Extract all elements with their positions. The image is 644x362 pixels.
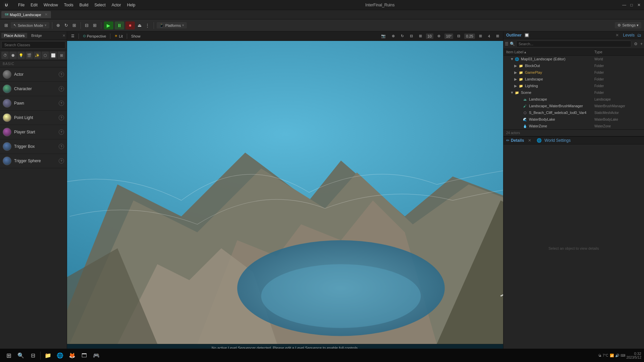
selection-mode-button[interactable]: ↖ Selection Mode ▾	[11, 22, 49, 28]
lit-button[interactable]: ☀ Lit	[112, 33, 125, 39]
grid-vis-icon[interactable]: ⊞	[417, 33, 424, 39]
maximize-button[interactable]: □	[629, 3, 634, 7]
lights-icon[interactable]: 💡	[17, 52, 25, 59]
platforms-button[interactable]: 📱 Platforms ▾	[157, 22, 187, 28]
viewport-menu-button[interactable]: ☰	[69, 33, 76, 39]
search-taskbar-button[interactable]: 🔍	[15, 350, 27, 362]
outliner-menu-icon[interactable]: ☰	[505, 42, 508, 46]
actor-info-point-light[interactable]: ?	[59, 115, 64, 120]
actor-info-player-start[interactable]: ?	[59, 129, 64, 135]
transform-scale-icon[interactable]: ⊞	[71, 22, 78, 29]
actor-info-trigger-box[interactable]: ?	[59, 144, 64, 149]
tree-item-scene[interactable]: ▼ 📁 Scene Folder	[503, 89, 644, 96]
arrow-blockout[interactable]: ▶	[514, 64, 518, 68]
transform-rotate-icon[interactable]: ↻	[63, 22, 70, 29]
search-classes-input[interactable]	[1, 41, 65, 49]
arrow-scene[interactable]: ▼	[510, 90, 514, 95]
windows-start-button[interactable]: ⊞	[3, 350, 15, 362]
actor-item-pawn[interactable]: Pawn ?	[0, 96, 67, 111]
menu-build[interactable]: Build	[77, 2, 91, 8]
simulate-button[interactable]: ⏸	[115, 21, 124, 29]
menu-actor[interactable]: Actor	[109, 2, 124, 8]
rotate-icon[interactable]: ↻	[399, 33, 406, 39]
task-view-button[interactable]: ⊟	[27, 350, 39, 362]
stop-button[interactable]: ■	[125, 21, 135, 29]
snap-icon[interactable]: ⊟	[84, 22, 90, 29]
menu-window[interactable]: Window	[41, 2, 61, 8]
tree-item-landscape[interactable]: ⛰ Landscape Landscape	[503, 96, 644, 103]
visual-effects-icon[interactable]: ✨	[34, 52, 41, 59]
eject-button[interactable]: ⏏	[136, 22, 143, 29]
maximize-viewport-icon[interactable]: ⊞	[494, 33, 501, 39]
snap-icon[interactable]: ⊟	[408, 33, 415, 39]
main-viewport[interactable]: No active Level Sequencer detected. Plea…	[67, 41, 503, 352]
actor-item-player-start[interactable]: Player Start ?	[0, 125, 67, 139]
tab-place-actors[interactable]: Place Actors	[1, 33, 27, 38]
left-panel-close[interactable]: ✕	[62, 34, 65, 38]
tab-bridge[interactable]: Bridge	[29, 33, 45, 38]
actor-info-pawn[interactable]: ?	[59, 101, 64, 106]
geometry-icon[interactable]: ⬡	[42, 52, 49, 59]
grid-icon[interactable]: ⊞	[92, 22, 98, 29]
shapes-icon[interactable]: ⬟	[9, 52, 17, 59]
actor-info-actor[interactable]: ?	[59, 72, 64, 77]
angle-icon[interactable]: ⊛	[435, 33, 442, 39]
arrow-gameplay[interactable]: ▶	[514, 70, 518, 75]
tree-item-waterbrush[interactable]: 🖌 Landscape_WaterBrushManager WaterBrush…	[503, 103, 644, 109]
volumes-icon[interactable]: ⬜	[50, 52, 57, 59]
screens-icon[interactable]: 4	[486, 34, 492, 39]
tab-map03-close[interactable]: ✕	[45, 12, 48, 17]
tree-item-waterzone[interactable]: 💧 WaterZone WaterZone	[503, 123, 644, 129]
perspective-button[interactable]: ⊙ Perspective	[81, 33, 108, 39]
minimize-button[interactable]: —	[622, 3, 627, 7]
play-button[interactable]: ▶	[104, 21, 113, 29]
more-options-icon[interactable]: ⋮	[144, 22, 151, 29]
all-classes-icon[interactable]: ⊞	[58, 52, 65, 59]
tree-item-waterbodylake[interactable]: 🌊 WaterBodyLake WaterBodyLake	[503, 116, 644, 123]
edge-button[interactable]: 🗖	[78, 350, 90, 362]
outliner-add-icon[interactable]: +	[640, 42, 643, 46]
modes-icon[interactable]: ⊞	[3, 22, 9, 29]
details-close[interactable]: ✕	[528, 138, 531, 143]
browser-1-button[interactable]: 🌐	[54, 350, 66, 362]
arrow-editor[interactable]: ▼	[510, 57, 514, 61]
menu-file[interactable]: File	[15, 2, 27, 8]
outliner-settings-icon[interactable]: ⚙	[634, 42, 638, 46]
close-button[interactable]: ✕	[637, 3, 641, 7]
show-button[interactable]: Show	[129, 34, 143, 39]
camera-icon[interactable]: 📷	[379, 33, 388, 39]
tab-map03[interactable]: 🗺 Map03_Landscape ✕	[1, 11, 51, 18]
actor-info-character[interactable]: ?	[59, 86, 64, 92]
outliner-search-input[interactable]	[516, 41, 631, 47]
outliner-close[interactable]: ✕	[615, 33, 619, 38]
tree-item-gameplay[interactable]: ▶ 📁 GamePlay Folder	[503, 69, 644, 76]
translate-icon[interactable]: ⊕	[390, 33, 397, 39]
actor-item-trigger-box[interactable]: Trigger Box ?	[0, 139, 67, 154]
tree-item-landscape-folder[interactable]: ▶ 📁 Landscape Folder	[503, 76, 644, 82]
layers-icon[interactable]: ⊞	[477, 33, 484, 39]
file-explorer-button[interactable]: 📁	[42, 350, 54, 362]
menu-tools[interactable]: Tools	[61, 2, 76, 8]
tree-item-blockout[interactable]: ▶ 📁 BlockOut Folder	[503, 62, 644, 69]
menu-select[interactable]: Select	[92, 2, 108, 8]
tree-item-editor[interactable]: ▼ 🌐 Map03_Landscape (Editor) World	[503, 56, 644, 62]
recently-placed-icon[interactable]: ⏱	[1, 52, 9, 59]
ue-taskbar-button[interactable]: 🎮	[90, 350, 102, 362]
arrow-lighting[interactable]: ▶	[514, 84, 518, 88]
actor-item-character[interactable]: Character ?	[0, 82, 67, 96]
scale-icon[interactable]: ⊟	[455, 33, 462, 39]
tree-item-lighting[interactable]: ▶ 📁 Lighting Folder	[503, 82, 644, 89]
menu-help[interactable]: Help	[124, 2, 138, 8]
actor-item-trigger-sphere[interactable]: Trigger Sphere ?	[0, 154, 67, 168]
tree-item-beach[interactable]: ⬡ S_Beach_Cliff_wdelca0_lod0_Var4 Static…	[503, 109, 644, 116]
settings-button[interactable]: ⚙ Settings ▾	[615, 22, 641, 28]
transform-translate-icon[interactable]: ⊕	[55, 22, 62, 29]
menu-edit[interactable]: Edit	[28, 2, 40, 8]
actor-item-actor[interactable]: Actor ?	[0, 67, 67, 82]
grid-num[interactable]: 10	[426, 34, 433, 39]
cinematic-icon[interactable]: 🎬	[25, 52, 33, 59]
browser-2-button[interactable]: 🦊	[66, 350, 78, 362]
actor-item-point-light[interactable]: Point Light ?	[0, 111, 67, 125]
actor-info-trigger-sphere[interactable]: ?	[59, 158, 64, 164]
world-settings-label[interactable]: World Settings	[544, 138, 571, 143]
